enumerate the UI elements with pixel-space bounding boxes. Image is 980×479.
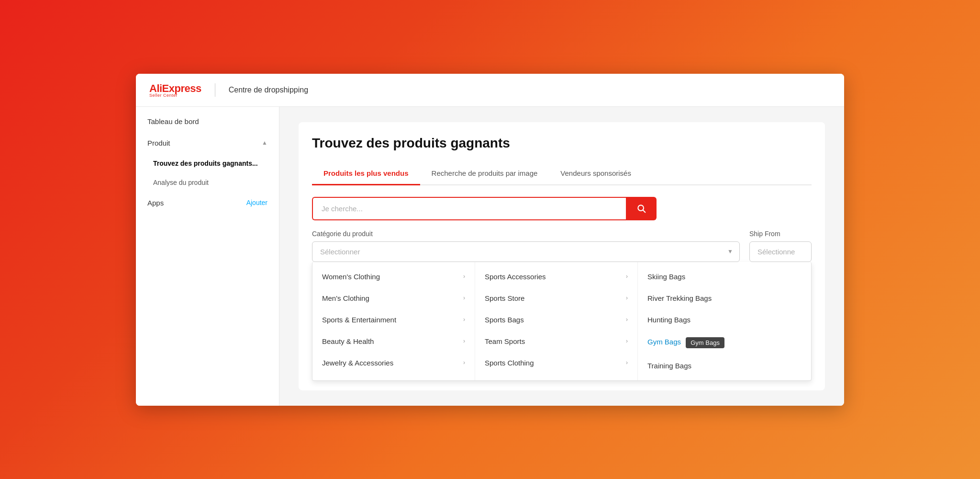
ship-from-select[interactable]: Sélectionne xyxy=(749,241,812,262)
chevron-right-icon: › xyxy=(626,295,628,301)
dropdown-item-team-sports[interactable]: Team Sports › xyxy=(475,331,637,352)
dropdown-womens-clothing-label: Women's Clothing xyxy=(322,273,380,281)
chevron-right-icon: › xyxy=(626,338,628,344)
sidebar-produit-label: Produit xyxy=(147,139,170,147)
chevron-right-icon: › xyxy=(463,359,465,366)
tab-best-sellers-label: Produits les plus vendus xyxy=(323,169,409,177)
tab-sponsored[interactable]: Vendeurs sponsorisés xyxy=(549,162,643,185)
dropdown-item-hunting-bags[interactable]: Hunting Bags xyxy=(638,309,743,331)
dropdown-item-sports-clothing[interactable]: Sports Clothing › xyxy=(475,352,637,374)
dropdown-team-sports-label: Team Sports xyxy=(485,337,525,345)
dropdown-sports-bags-label: Sports Bags xyxy=(485,316,524,324)
category-select[interactable]: Sélectionner Women's Clothing Men's Clot… xyxy=(312,241,740,262)
dropdown-skiing-bags-label: Skiing Bags xyxy=(647,273,685,281)
category-select-row: Catégorie du produit Sélectionner Women'… xyxy=(312,230,812,262)
svg-line-1 xyxy=(643,210,646,213)
tab-image-search[interactable]: Recherche de produits par image xyxy=(420,162,549,185)
dropdown-item-training-bags[interactable]: Training Bags xyxy=(638,355,743,376)
sidebar-analyse-label: Analyse du produit xyxy=(153,179,209,186)
dropdown-item-skiing-bags[interactable]: Skiing Bags xyxy=(638,266,743,287)
category-wrapper: Catégorie du produit Sélectionner Women'… xyxy=(312,230,740,262)
main-layout: Tableau de bord Produit ▲ Trouvez des pr… xyxy=(136,107,844,406)
sidebar: Tableau de bord Produit ▲ Trouvez des pr… xyxy=(136,107,279,406)
ship-from-wrapper: Ship From Sélectionne xyxy=(749,230,812,262)
sidebar-item-analyse[interactable]: Analyse du produit xyxy=(136,173,279,192)
sidebar-dashboard-label: Tableau de bord xyxy=(147,117,199,125)
sidebar-item-trouvez[interactable]: Trouvez des produits gagnants... xyxy=(136,154,279,173)
chevron-up-icon: ▲ xyxy=(262,139,267,146)
dropdown-sports-clothing-label: Sports Clothing xyxy=(485,359,534,367)
chevron-right-icon: › xyxy=(463,338,465,344)
content-inner: Trouvez des produits gagnants Produits l… xyxy=(299,122,825,390)
content-area: Trouvez des produits gagnants Produits l… xyxy=(279,107,844,406)
ship-from-select-wrapper: Sélectionne xyxy=(749,241,812,262)
dropdown-item-river-trekking[interactable]: River Trekking Bags xyxy=(638,287,743,309)
dropdown-jewelry-label: Jewelry & Accessories xyxy=(322,359,393,367)
tab-best-sellers[interactable]: Produits les plus vendus xyxy=(312,162,420,185)
dropdown-sports-accessories-label: Sports Accessories xyxy=(485,273,546,281)
dropdown-training-bags-label: Training Bags xyxy=(647,362,691,370)
category-section: Catégorie du produit Sélectionner Women'… xyxy=(312,230,812,381)
tabs-bar: Produits les plus vendus Recherche de pr… xyxy=(312,162,812,185)
dropdown-hunting-bags-label: Hunting Bags xyxy=(647,316,690,324)
dropdown-beauty-label: Beauty & Health xyxy=(322,337,374,345)
search-button[interactable] xyxy=(626,197,657,220)
dropdown-panel: Women's Clothing › Men's Clothing › Spor… xyxy=(312,262,812,381)
page-title: Trouvez des produits gagnants xyxy=(312,136,812,151)
sidebar-item-dashboard[interactable]: Tableau de bord xyxy=(136,111,279,132)
sidebar-apps-add[interactable]: Ajouter xyxy=(246,199,267,206)
search-row xyxy=(312,197,657,220)
gym-bags-tooltip: Gym Bags xyxy=(686,337,724,348)
ship-from-label: Ship From xyxy=(749,230,812,238)
chevron-right-icon: › xyxy=(463,316,465,323)
chevron-right-icon: › xyxy=(626,359,628,366)
dropdown-item-womens-clothing[interactable]: Women's Clothing › xyxy=(312,266,475,287)
dropdown-river-trekking-label: River Trekking Bags xyxy=(647,294,712,302)
sidebar-item-produit[interactable]: Produit ▲ xyxy=(136,132,279,154)
dropdown-item-sports-bags[interactable]: Sports Bags › xyxy=(475,309,637,331)
dropdown-item-sports[interactable]: Sports & Entertainment › xyxy=(312,309,475,331)
header: AliExpress Seller Center Centre de drops… xyxy=(136,74,844,107)
logo-area: AliExpress Seller Center Centre de drops… xyxy=(149,82,308,98)
chevron-right-icon: › xyxy=(626,273,628,280)
dropdown-item-beauty[interactable]: Beauty & Health › xyxy=(312,331,475,352)
chevron-right-icon: › xyxy=(463,295,465,301)
dropdown-sports-label: Sports & Entertainment xyxy=(322,316,396,324)
dropdown-col-3: Skiing Bags River Trekking Bags Hunting … xyxy=(638,262,743,380)
dropdown-item-jewelry[interactable]: Jewelry & Accessories › xyxy=(312,352,475,374)
search-input[interactable] xyxy=(312,197,626,220)
dropdown-col-2: Sports Accessories › Sports Store › Spor… xyxy=(475,262,638,380)
search-icon xyxy=(636,204,646,213)
logo: AliExpress Seller Center xyxy=(149,82,201,98)
dropdown-col-1: Women's Clothing › Men's Clothing › Spor… xyxy=(312,262,475,380)
app-window: AliExpress Seller Center Centre de drops… xyxy=(136,74,844,406)
logo-text: AliExpress xyxy=(149,82,201,94)
tab-sponsored-label: Vendeurs sponsorisés xyxy=(560,169,631,177)
category-select-wrapper: Sélectionner Women's Clothing Men's Clot… xyxy=(312,241,740,262)
dropdown-item-sports-accessories[interactable]: Sports Accessories › xyxy=(475,266,637,287)
category-label: Catégorie du produit xyxy=(312,230,740,238)
dropdown-gym-bags-label: Gym Bags xyxy=(647,338,681,346)
sidebar-apps-row: Apps Ajouter xyxy=(136,192,279,214)
tab-image-search-label: Recherche de produits par image xyxy=(432,169,538,177)
sidebar-trouvez-label: Trouvez des produits gagnants... xyxy=(153,160,258,167)
chevron-right-icon: › xyxy=(626,316,628,323)
dropdown-item-mens-clothing[interactable]: Men's Clothing › xyxy=(312,287,475,309)
chevron-right-icon: › xyxy=(463,273,465,280)
logo-divider xyxy=(215,83,215,97)
header-title: Centre de dropshipping xyxy=(229,86,308,94)
dropdown-item-gym-bags[interactable]: Gym Bags Gym Bags xyxy=(638,331,743,355)
dropdown-item-sports-store[interactable]: Sports Store › xyxy=(475,287,637,309)
sidebar-apps-label: Apps xyxy=(147,199,164,207)
dropdown-sports-store-label: Sports Store xyxy=(485,294,524,302)
dropdown-mens-clothing-label: Men's Clothing xyxy=(322,294,369,302)
